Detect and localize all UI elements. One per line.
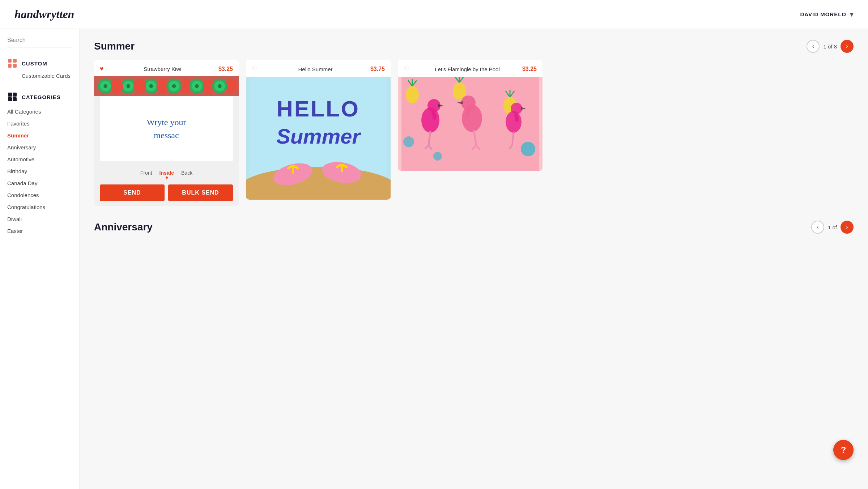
- svg-rect-7: [13, 97, 17, 101]
- layout: 🔍 CUSTOM Customizable Cards: [0, 29, 868, 489]
- anniversary-header: Anniversary ‹ 1 of ›: [94, 221, 854, 234]
- anniversary-prev-button[interactable]: ‹: [811, 221, 824, 234]
- help-button[interactable]: ?: [833, 440, 854, 460]
- svg-rect-2: [8, 64, 12, 68]
- header: handwrytten DAVID MORELO ▾: [0, 0, 868, 29]
- svg-rect-0: [8, 59, 12, 63]
- hello-summer-name: Hello Summer: [298, 66, 332, 72]
- anniversary-title: Anniversary: [94, 221, 153, 233]
- svg-point-70: [521, 142, 535, 156]
- svg-point-72: [433, 152, 442, 161]
- search-box[interactable]: 🔍: [7, 36, 72, 47]
- svg-point-19: [133, 78, 146, 94]
- sidebar-item-automotive[interactable]: Automotive: [0, 153, 79, 165]
- sidebar-item-summer[interactable]: Summer: [0, 129, 79, 141]
- heart-icon-2[interactable]: ♡: [252, 65, 258, 73]
- sidebar-divider: [0, 85, 79, 85]
- categories-section: CATEGORIES All Categories Favorites Summ…: [0, 88, 79, 237]
- tab-front[interactable]: Front: [140, 169, 152, 177]
- flamingo-name: Let's Flamingle by the Pool: [435, 66, 500, 72]
- chevron-down-icon: ▾: [850, 10, 854, 18]
- svg-point-67: [511, 103, 522, 114]
- categories-header: CATEGORIES: [0, 88, 79, 106]
- anniversary-section: Anniversary ‹ 1 of ›: [94, 221, 854, 234]
- categories-label: CATEGORIES: [22, 94, 61, 100]
- search-input[interactable]: [7, 37, 80, 43]
- custom-header: CUSTOM: [7, 58, 72, 68]
- svg-point-17: [149, 84, 153, 88]
- flamingo-price: $3.25: [522, 66, 537, 72]
- card-actions: SEND BULK SEND: [94, 179, 239, 206]
- user-menu[interactable]: DAVID MORELO ▾: [800, 10, 854, 18]
- categories-icon: [7, 92, 17, 102]
- sidebar-item-favorites[interactable]: Favorites: [0, 118, 79, 129]
- flamingo-image[interactable]: [398, 77, 542, 171]
- anniversary-pagination: ‹ 1 of ›: [811, 221, 854, 234]
- svg-point-66: [506, 111, 522, 133]
- custom-icon: [7, 58, 17, 68]
- sidebar-item-easter[interactable]: Easter: [0, 225, 79, 237]
- hello-summer-image[interactable]: HELLO Summer: [246, 77, 391, 200]
- summer-section: Summer ‹ 1 of 8 › ♥ Strawberry Kiwi $3.2…: [94, 40, 854, 206]
- summer-title: Summer: [94, 41, 135, 52]
- send-button[interactable]: SEND: [100, 184, 165, 201]
- svg-point-26: [172, 84, 176, 88]
- inside-text: Wryte your messac: [147, 116, 186, 142]
- sidebar-nav: All Categories Favorites Summer Annivers…: [0, 106, 79, 237]
- svg-point-32: [218, 84, 222, 88]
- svg-text:Summer: Summer: [276, 124, 362, 148]
- summer-page-info: 1 of 8: [823, 43, 837, 50]
- hello-summer-card-header: ♡ Hello Summer $3.75: [246, 60, 391, 77]
- card-tabs: Front Inside Back: [94, 165, 239, 179]
- summer-prev-button[interactable]: ‹: [807, 40, 820, 53]
- svg-point-11: [103, 84, 107, 88]
- svg-rect-5: [13, 93, 17, 97]
- tab-inside[interactable]: Inside: [159, 169, 174, 177]
- main-content: Summer ‹ 1 of 8 › ♥ Strawberry Kiwi $3.2…: [80, 29, 868, 489]
- bulk-send-button[interactable]: BULK SEND: [168, 184, 233, 201]
- strawberry-kiwi-card: ♥ Strawberry Kiwi $3.25: [94, 60, 239, 206]
- username: DAVID MORELO: [800, 11, 846, 17]
- svg-point-29: [195, 84, 199, 88]
- sidebar-item-customizable-cards[interactable]: Customizable Cards: [7, 71, 72, 80]
- sidebar-item-birthday[interactable]: Birthday: [0, 165, 79, 177]
- sidebar-item-all-categories[interactable]: All Categories: [0, 106, 79, 118]
- hello-summer-price: $3.75: [370, 66, 385, 72]
- svg-point-18: [111, 78, 123, 94]
- card-top-pattern: [94, 76, 239, 96]
- sidebar-item-anniversary[interactable]: Anniversary: [0, 141, 79, 153]
- svg-point-44: [406, 86, 419, 103]
- hello-summer-card: ♡ Hello Summer $3.75 HELLO: [246, 60, 391, 200]
- sidebar-item-canada-day[interactable]: Canada Day: [0, 177, 79, 189]
- svg-rect-6: [8, 97, 12, 101]
- flamingo-card-header: ♡ Let's Flamingle by the Pool $3.25: [398, 60, 542, 77]
- strawberry-kiwi-name: Strawberry Kiwi: [144, 66, 181, 72]
- strawberry-kiwi-price: $3.25: [218, 66, 233, 72]
- svg-point-14: [126, 84, 130, 88]
- svg-rect-35: [250, 182, 387, 200]
- anniversary-page-info: 1 of: [828, 224, 837, 230]
- heart-icon-3[interactable]: ♡: [404, 65, 409, 73]
- sidebar: 🔍 CUSTOM Customizable Cards: [0, 29, 80, 489]
- summer-next-button[interactable]: ›: [841, 40, 854, 53]
- anniversary-next-button[interactable]: ›: [841, 221, 854, 234]
- sidebar-item-congratulations[interactable]: Congratulations: [0, 201, 79, 213]
- summer-cards-row: ♥ Strawberry Kiwi $3.25: [94, 60, 854, 206]
- summer-header: Summer ‹ 1 of 8 ›: [94, 40, 854, 53]
- logo: handwrytten: [14, 8, 74, 21]
- flamingo-card: ♡ Let's Flamingle by the Pool $3.25: [398, 60, 542, 171]
- heart-icon[interactable]: ♥: [100, 65, 104, 73]
- svg-point-71: [403, 136, 414, 147]
- custom-label: CUSTOM: [22, 60, 47, 67]
- svg-text:HELLO: HELLO: [277, 96, 360, 121]
- sidebar-item-condolences[interactable]: Condolences: [0, 189, 79, 201]
- summer-pagination: ‹ 1 of 8 ›: [807, 40, 854, 53]
- strawberry-kiwi-card-header: ♥ Strawberry Kiwi $3.25: [94, 60, 239, 76]
- custom-section: CUSTOM Customizable Cards: [0, 55, 79, 82]
- tab-back[interactable]: Back: [181, 169, 192, 177]
- svg-point-62: [461, 95, 476, 110]
- sidebar-item-diwali[interactable]: Diwali: [0, 213, 79, 225]
- svg-rect-3: [13, 64, 17, 68]
- card-inside-view: Wryte your messac: [100, 96, 233, 161]
- svg-rect-1: [13, 59, 17, 63]
